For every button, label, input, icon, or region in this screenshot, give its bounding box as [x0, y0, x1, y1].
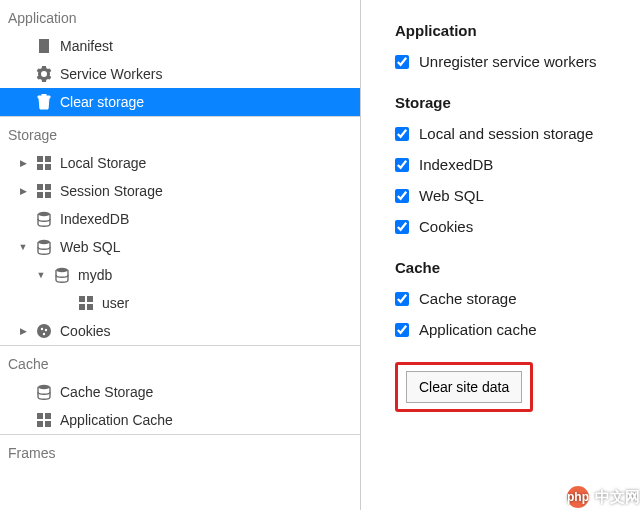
cookie-icon [36, 323, 52, 339]
db-icon [36, 211, 52, 227]
checkbox-label: Application cache [419, 321, 537, 338]
tree-item-label: Cache Storage [60, 384, 153, 400]
tree-item-application-cache[interactable]: Application Cache [0, 406, 360, 434]
watermark-text: 中文网 [595, 488, 640, 507]
checkbox-row[interactable]: Application cache [395, 321, 640, 338]
grid-icon [36, 155, 52, 171]
group-title: Application [0, 0, 360, 32]
clear-site-data-button[interactable]: Clear site data [406, 371, 522, 403]
db-icon [36, 384, 52, 400]
checkbox[interactable] [395, 323, 409, 337]
section-title: Storage [395, 94, 640, 111]
watermark: php 中文网 [565, 484, 640, 510]
tree-item-label: Clear storage [60, 94, 144, 110]
section-title: Application [395, 22, 640, 39]
chevron-right-icon [18, 214, 28, 224]
checkbox-row[interactable]: IndexedDB [395, 156, 640, 173]
checkbox[interactable] [395, 220, 409, 234]
checkbox[interactable] [395, 292, 409, 306]
chevron-right-icon [18, 97, 28, 107]
section-title: Cache [395, 259, 640, 276]
db-icon [54, 267, 70, 283]
chevron-right-icon[interactable]: ▶ [18, 186, 28, 196]
group-title: Storage [0, 116, 360, 149]
checkbox-row[interactable]: Local and session storage [395, 125, 640, 142]
chevron-right-icon [18, 69, 28, 79]
tree-item-local-storage[interactable]: ▶Local Storage [0, 149, 360, 177]
checkbox[interactable] [395, 55, 409, 69]
tree-item-label: mydb [78, 267, 112, 283]
chevron-right-icon [18, 41, 28, 51]
chevron-right-icon [18, 387, 28, 397]
tree-item-cookies[interactable]: ▶Cookies [0, 317, 360, 345]
tree-item-label: Web SQL [60, 239, 120, 255]
trash-icon [36, 94, 52, 110]
tree-item-user[interactable]: user [0, 289, 360, 317]
tree-item-label: Service Workers [60, 66, 162, 82]
checkbox-label: Local and session storage [419, 125, 593, 142]
gear-icon [36, 66, 52, 82]
checkbox-row[interactable]: Unregister service workers [395, 53, 640, 70]
tree-item-session-storage[interactable]: ▶Session Storage [0, 177, 360, 205]
checkbox-row[interactable]: Web SQL [395, 187, 640, 204]
checkbox[interactable] [395, 127, 409, 141]
left-panel: ApplicationManifestService WorkersClear … [0, 0, 361, 510]
tree-item-clear-storage[interactable]: Clear storage [0, 88, 360, 116]
tree-item-cache-storage[interactable]: Cache Storage [0, 378, 360, 406]
chevron-down-icon[interactable]: ▼ [18, 242, 28, 252]
checkbox[interactable] [395, 158, 409, 172]
checkbox-label: Unregister service workers [419, 53, 597, 70]
manifest-icon [36, 38, 52, 54]
checkbox-row[interactable]: Cookies [395, 218, 640, 235]
group-title: Frames [0, 434, 360, 467]
checkbox-label: Cache storage [419, 290, 517, 307]
chevron-right-icon [60, 298, 70, 308]
right-panel: ApplicationUnregister service workersSto… [361, 0, 640, 510]
checkbox[interactable] [395, 189, 409, 203]
chevron-right-icon [18, 415, 28, 425]
db-icon [36, 239, 52, 255]
grid-icon [78, 295, 94, 311]
tree-item-web-sql[interactable]: ▼Web SQL [0, 233, 360, 261]
tree-item-label: user [102, 295, 129, 311]
tree-item-manifest[interactable]: Manifest [0, 32, 360, 60]
chevron-right-icon[interactable]: ▶ [18, 158, 28, 168]
tree-item-label: Local Storage [60, 155, 146, 171]
tree-item-service-workers[interactable]: Service Workers [0, 60, 360, 88]
php-badge-icon: php [565, 484, 591, 510]
checkbox-label: IndexedDB [419, 156, 493, 173]
tree-item-label: Application Cache [60, 412, 173, 428]
tree-item-label: Cookies [60, 323, 111, 339]
tree-item-label: Manifest [60, 38, 113, 54]
checkbox-label: Cookies [419, 218, 473, 235]
tree-item-label: Session Storage [60, 183, 163, 199]
grid-icon [36, 183, 52, 199]
highlight-box: Clear site data [395, 362, 533, 412]
tree-item-label: IndexedDB [60, 211, 129, 227]
chevron-right-icon[interactable]: ▶ [18, 326, 28, 336]
checkbox-label: Web SQL [419, 187, 484, 204]
tree-item-mydb[interactable]: ▼mydb [0, 261, 360, 289]
tree-item-indexeddb[interactable]: IndexedDB [0, 205, 360, 233]
checkbox-row[interactable]: Cache storage [395, 290, 640, 307]
chevron-down-icon[interactable]: ▼ [36, 270, 46, 280]
grid-icon [36, 412, 52, 428]
group-title: Cache [0, 345, 360, 378]
